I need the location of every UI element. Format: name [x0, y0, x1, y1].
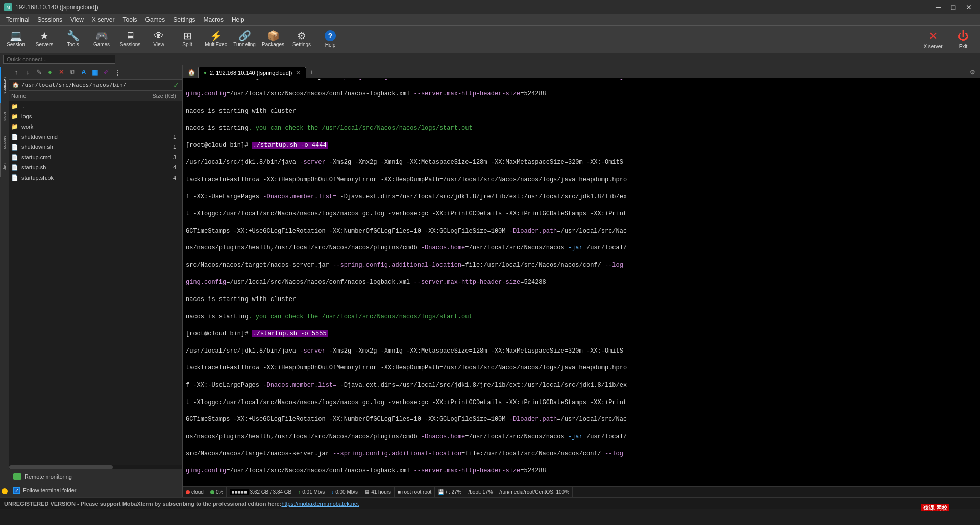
file-size-startup-sh-bk: 4 — [139, 174, 180, 181]
tab-bar: 🏠 ● 2. 192.168.10.140 ([springcloud]) ✕ … — [183, 65, 980, 79]
file-props-button[interactable]: ✐ — [101, 67, 111, 78]
servers-button[interactable]: ★ Servers — [31, 27, 58, 52]
tools-button[interactable]: 🔧 Tools — [59, 27, 87, 52]
sessions-button[interactable]: 🖥 Sessions — [116, 27, 144, 52]
app-icon: M — [4, 3, 12, 11]
term-line-26: /usr/local/src/jdk1.8/bin/java -server -… — [186, 347, 977, 356]
term-line-12: nacos is starting with cluster — [186, 107, 977, 116]
settings-label: Settings — [292, 42, 311, 47]
multiexec-button[interactable]: ⚡ MultiExec — [202, 27, 230, 52]
file-new-button[interactable]: ● — [45, 67, 55, 78]
term-line-19: GCTimeStamps -XX:+UseGCLogFileRotation -… — [186, 227, 977, 236]
macros-tab[interactable]: Macros — [0, 129, 9, 157]
tab-session-icon: ● — [204, 70, 207, 76]
file-size-startup-cmd: 3 — [139, 154, 180, 160]
follow-terminal-checkbox[interactable]: ✓ — [13, 487, 20, 494]
file-item-logs[interactable]: 📁 logs — [9, 111, 182, 121]
status-bar: cloud 0% ■■■■■ 3.62 GB / 3.84 GB ↑ 0.01 … — [183, 486, 980, 497]
file-item-shutdown-sh[interactable]: 📄 shutdown.sh 1 — [9, 142, 182, 152]
menu-tools[interactable]: Tools — [119, 14, 141, 26]
file-item-startup-cmd[interactable]: 📄 startup.cmd 3 — [9, 152, 182, 162]
maximize-button[interactable]: □ — [946, 2, 961, 13]
tools-tab[interactable]: Tools — [0, 103, 9, 129]
menu-terminal[interactable]: Terminal — [2, 14, 33, 26]
follow-terminal-label: Follow terminal folder — [23, 487, 77, 493]
sessions-tab[interactable]: Sessions — [0, 67, 9, 103]
packages-label: Packages — [262, 42, 284, 47]
session-button[interactable]: 💻 Session — [2, 27, 30, 52]
net-up-icon: ↑ — [298, 489, 301, 495]
net-up-label: 0.01 Mb/s — [302, 489, 325, 495]
status-mem: ■■■■■ 3.62 GB / 3.84 GB — [227, 487, 295, 498]
minimize-button[interactable]: ─ — [931, 2, 945, 13]
file-info-button[interactable]: A — [79, 67, 89, 78]
file-item-work[interactable]: 📁 work — [9, 121, 182, 132]
quick-connect-input[interactable] — [3, 55, 115, 64]
tunneling-label: Tunneling — [233, 42, 256, 47]
help-icon: ? — [325, 30, 336, 41]
media-label: /run/media/root/CentOS: 100% — [499, 489, 569, 495]
status-cloud: cloud — [183, 487, 207, 498]
cloud-label: cloud — [191, 489, 204, 495]
tab-settings-button[interactable]: ⚙ — [967, 67, 978, 78]
tools-icon: 🔧 — [67, 31, 80, 41]
unreg-link[interactable]: https://mobaxterm.mobatek.net — [281, 501, 359, 507]
menu-xserver[interactable]: X server — [88, 14, 119, 26]
file-item-parent[interactable]: 📁 .. — [9, 101, 182, 111]
file-filter-button[interactable]: ▦ — [90, 67, 100, 78]
col-size-header: Size (KB) — [139, 93, 180, 99]
file-delete-button[interactable]: ✕ — [56, 67, 66, 78]
menu-bar: Terminal Sessions View X server Tools Ga… — [0, 14, 980, 26]
close-button[interactable]: ✕ — [962, 2, 976, 13]
status-net-down: ↓ 0.00 Mb/s — [328, 487, 361, 498]
packages-button[interactable]: 📦 Packages — [259, 27, 287, 52]
view-label: View — [153, 42, 164, 47]
file-more-button[interactable]: ⋮ — [112, 67, 122, 78]
follow-terminal-bar: ✓ Follow terminal folder — [9, 483, 182, 497]
file-panel-scrollbar[interactable] — [9, 465, 182, 469]
file-item-shutdown-cmd[interactable]: 📄 shutdown.cmd 1 — [9, 132, 182, 142]
quick-connect-bar — [0, 53, 980, 65]
view-button[interactable]: 👁 View — [145, 27, 173, 52]
time-icon: 🖥 — [364, 489, 370, 495]
file-item-startup-sh-bk[interactable]: 📄 startup.sh.bk 4 — [9, 172, 182, 183]
file-download-button[interactable]: ↓ — [22, 67, 33, 78]
menu-games[interactable]: Games — [141, 14, 169, 26]
settings-button[interactable]: ⚙ Settings — [288, 27, 315, 52]
path-icon: 🏠 — [12, 82, 19, 88]
file-name-shutdown-cmd: shutdown.cmd — [21, 134, 139, 140]
file-up-button[interactable]: ↑ — [11, 67, 21, 78]
games-icon: 🎮 — [95, 31, 108, 41]
games-button[interactable]: 🎮 Games — [88, 27, 115, 52]
file-edit-button[interactable]: ✎ — [34, 67, 44, 78]
exit-button[interactable]: ⏻ Exit — [950, 27, 976, 52]
sessions-icon: 🖥 — [125, 31, 135, 41]
tab-session-1[interactable]: ● 2. 192.168.10.140 ([springcloud]) ✕ — [198, 67, 306, 78]
menu-macros[interactable]: Macros — [200, 14, 228, 26]
tab-home-button[interactable]: 🏠 — [185, 67, 198, 78]
split-button[interactable]: ⊞ Split — [174, 27, 201, 52]
file-item-startup-sh[interactable]: 📄 startup.sh 4 — [9, 162, 182, 172]
new-tab-button[interactable]: + — [306, 67, 317, 78]
col-name-header: Name — [11, 93, 139, 99]
file-list: 📁 .. 📁 logs 📁 work 📄 shutdown.cmd 1 📄 — [9, 101, 182, 465]
file-name: .. — [21, 103, 139, 109]
help-button[interactable]: ? Help — [316, 27, 344, 52]
menu-sessions[interactable]: Sessions — [33, 14, 66, 26]
terminal-output[interactable]: [root@cloud Nacos]# cd nacos/ [root@clou… — [183, 79, 980, 486]
menu-settings[interactable]: Settings — [169, 14, 199, 26]
watermark: 猿课 网校 — [921, 504, 949, 512]
file-copy-button[interactable]: ⧉ — [67, 67, 78, 78]
term-line-31: os/nacos/plugins/health,/usr/local/src/N… — [186, 433, 977, 441]
xserver-button[interactable]: ✕ X server — [918, 27, 948, 52]
menu-help[interactable]: Help — [228, 14, 249, 26]
menu-view[interactable]: View — [66, 14, 88, 26]
tab-close-icon[interactable]: ✕ — [296, 69, 301, 77]
net-down-icon: ↓ — [331, 489, 334, 495]
tunneling-button[interactable]: 🔗 Tunneling — [231, 27, 258, 52]
sftp-tab[interactable]: Sftp — [0, 157, 9, 177]
help-label: Help — [325, 42, 336, 48]
file-startup-sh-bk-icon: 📄 — [11, 174, 19, 181]
file-name-startup-sh-bk: startup.sh.bk — [21, 174, 139, 181]
file-size-shutdown-cmd: 1 — [139, 134, 180, 140]
